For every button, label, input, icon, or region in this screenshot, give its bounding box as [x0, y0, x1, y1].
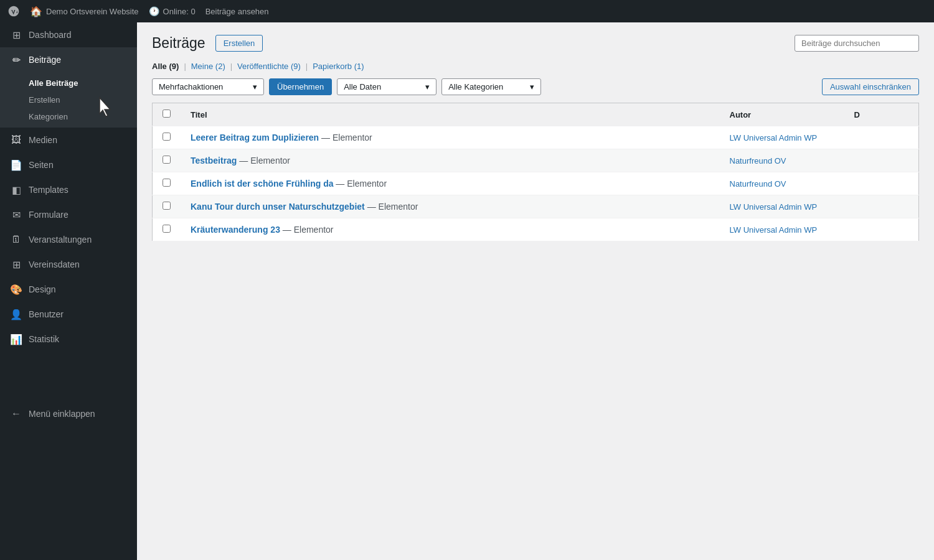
bulk-actions-select[interactable]: Mehrfachaktionen ▾: [152, 78, 264, 95]
row-checkbox[interactable]: [163, 179, 171, 187]
row-checkbox[interactable]: [163, 156, 171, 164]
sidebar-item-veranstaltungen[interactable]: 🗓 Veranstaltungen: [0, 227, 137, 252]
sidebar-sub-alle-beitrage[interactable]: Alle Beiträge: [0, 75, 137, 91]
all-categories-select[interactable]: Alle Kategorien ▾: [441, 78, 541, 95]
filter-mine[interactable]: Meine (2): [191, 62, 225, 71]
table-row: Kräuterwanderung 23 — Elementor LW Unive…: [153, 218, 919, 241]
design-icon: 🎨: [10, 283, 22, 296]
admin-bar: 🏠 Demo Ortsverein Website 🕐 Online: 0 Be…: [0, 0, 934, 22]
post-suffix: — Elementor: [321, 133, 372, 142]
sidebar-item-vereinsdaten[interactable]: ⊞ Vereinsdaten: [0, 252, 137, 277]
row-checkbox[interactable]: [163, 202, 171, 210]
date-cell: [844, 126, 919, 149]
post-title-link[interactable]: Kräuterwanderung 23: [191, 225, 280, 235]
veranstaltungen-icon: 🗓: [10, 233, 22, 246]
table-row: Testbeitrag — Elementor Naturfreund OV: [153, 149, 919, 172]
sidebar-item-beitrage[interactable]: ✏ Beiträge: [0, 47, 137, 72]
sidebar-item-templates[interactable]: ◧ Templates: [0, 177, 137, 202]
dashboard-icon: ⊞: [10, 29, 22, 41]
all-dates-select[interactable]: Alle Daten ▾: [337, 78, 436, 95]
table-row: Kanu Tour durch unser Naturschutzgebiet …: [153, 195, 919, 218]
post-suffix: — Elementor: [239, 156, 290, 166]
row-checkbox[interactable]: [163, 225, 171, 233]
restrict-button[interactable]: Auswahl einschränken: [822, 78, 919, 95]
author-link[interactable]: Naturfreund OV: [730, 156, 786, 166]
author-link[interactable]: LW Universal Admin WP: [730, 225, 818, 235]
table-row: Endlich ist der schöne Frühling da — Ele…: [153, 172, 919, 195]
dates-chevron: ▾: [425, 82, 430, 91]
formulare-icon: ✉: [10, 208, 22, 221]
post-title-link[interactable]: Leerer Beitrag zum Duplizieren: [191, 133, 319, 142]
main-content: Beiträge Erstellen Alle (9) | Meine (2) …: [137, 22, 934, 560]
create-button[interactable]: Erstellen: [215, 35, 263, 52]
post-title-link[interactable]: Kanu Tour durch unser Naturschutzgebiet: [191, 202, 365, 212]
statistik-icon: 📊: [10, 333, 22, 345]
filter-published[interactable]: Veröffentlichte (9): [237, 62, 301, 71]
sidebar-item-benutzer[interactable]: 👤 Benutzer: [0, 302, 137, 327]
medien-icon: 🖼: [10, 134, 22, 146]
author-link[interactable]: LW Universal Admin WP: [730, 133, 818, 142]
sidebar-sub-erstellen[interactable]: Erstellen: [0, 91, 137, 108]
date-cell: [844, 218, 919, 241]
post-suffix: — Elementor: [283, 225, 334, 235]
sidebar-sub-kategorien[interactable]: Kategorien: [0, 108, 137, 125]
sidebar-item-medien[interactable]: 🖼 Medien: [0, 128, 137, 152]
select-all-checkbox[interactable]: [163, 110, 171, 118]
post-suffix: — Elementor: [336, 179, 387, 189]
title-col-header: Titel: [181, 103, 720, 126]
sidebar-item-seiten[interactable]: 📄 Seiten: [0, 152, 137, 177]
site-name[interactable]: 🏠 Demo Ortsverein Website: [30, 6, 139, 17]
page-title: Beiträge: [152, 35, 205, 52]
date-cell: [844, 195, 919, 218]
sidebar-item-dashboard[interactable]: ⊞ Dashboard: [0, 22, 137, 47]
posts-table: Titel Autor D Leerer Beitrag zum Duplizi…: [152, 103, 919, 241]
apply-button[interactable]: Übernehmen: [269, 78, 332, 95]
post-suffix: — Elementor: [367, 202, 418, 212]
post-title-link[interactable]: Endlich ist der schöne Frühling da: [191, 179, 333, 189]
filter-trash[interactable]: Papierkorb (1): [313, 62, 364, 71]
online-count[interactable]: 🕐 Online: 0: [149, 6, 196, 16]
sidebar-item-formulare[interactable]: ✉ Formulare: [0, 202, 137, 227]
wp-icon: [7, 5, 20, 17]
select-all-col: [153, 103, 181, 126]
page-header: Beiträge Erstellen: [152, 35, 919, 52]
vereinsdaten-icon: ⊞: [10, 258, 22, 271]
categories-chevron: ▾: [530, 82, 534, 91]
templates-icon: ◧: [10, 184, 22, 196]
collapse-menu[interactable]: ← Menü einklappen: [0, 401, 137, 426]
author-link[interactable]: Naturfreund OV: [730, 179, 786, 189]
row-checkbox[interactable]: [163, 133, 171, 141]
beitrage-submenu: Alle Beiträge Erstellen Kategorien: [0, 72, 137, 128]
bulk-actions-chevron: ▾: [253, 82, 257, 91]
author-link[interactable]: LW Universal Admin WP: [730, 202, 818, 212]
seiten-icon: 📄: [10, 159, 22, 171]
view-posts[interactable]: Beiträge ansehen: [205, 7, 269, 16]
date-cell: [844, 149, 919, 172]
benutzer-icon: 👤: [10, 308, 22, 320]
filter-bar: Alle (9) | Meine (2) | Veröffentlichte (…: [152, 62, 919, 71]
table-row: Leerer Beitrag zum Duplizieren — Element…: [153, 126, 919, 149]
author-col-header: Autor: [720, 103, 844, 126]
sidebar-item-statistik[interactable]: 📊 Statistik: [0, 327, 137, 352]
date-cell: [844, 172, 919, 195]
beitrage-icon: ✏: [10, 54, 22, 66]
collapse-icon: ←: [10, 408, 22, 420]
filter-all[interactable]: Alle (9): [152, 62, 179, 71]
search-input[interactable]: [795, 35, 919, 52]
sidebar: ⊞ Dashboard ✏ Beiträge Alle Beiträge Ers…: [0, 22, 137, 560]
post-title-link[interactable]: Testbeitrag: [191, 156, 237, 166]
toolbar: Mehrfachaktionen ▾ Übernehmen Alle Daten…: [152, 78, 919, 95]
wp-logo[interactable]: [7, 5, 20, 17]
date-col-header: D: [844, 103, 919, 126]
sidebar-item-design[interactable]: 🎨 Design: [0, 277, 137, 302]
